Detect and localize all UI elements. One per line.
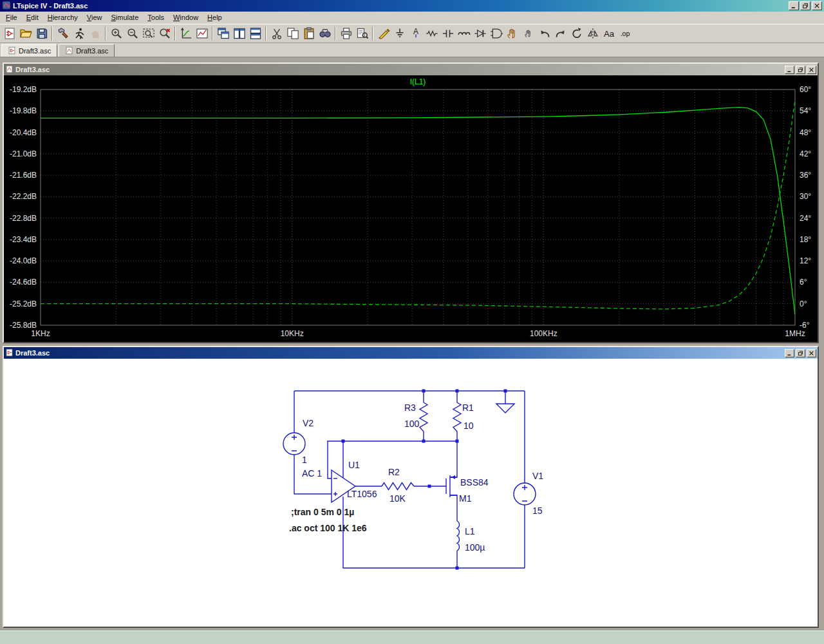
schematic-canvas[interactable]: V21AC 1U1LT1056R210KR3100R110BSS84M1L110… — [4, 359, 818, 627]
inductor-icon[interactable] — [456, 25, 472, 42]
menu-hierarchy[interactable]: Hierarchy — [43, 12, 82, 23]
svg-text:.op: .op — [620, 30, 630, 37]
schematic-label: V2 — [303, 418, 314, 428]
spice-directive-text: .ac oct 100 1K 1e6 — [289, 523, 367, 533]
restore-button[interactable] — [800, 1, 810, 10]
app-icon — [2, 1, 11, 11]
voltage-source-v1[interactable] — [514, 483, 536, 505]
undo-icon[interactable] — [536, 25, 552, 42]
redo-icon[interactable] — [552, 25, 568, 42]
menu-view[interactable]: View — [82, 12, 107, 23]
cascade-icon[interactable] — [215, 25, 231, 42]
component-icon[interactable] — [488, 25, 504, 42]
menu-help[interactable]: Help — [203, 12, 227, 23]
mirror-icon[interactable] — [585, 25, 601, 42]
copy-icon[interactable] — [285, 25, 301, 42]
menu-simulate[interactable]: Simulate — [106, 12, 143, 23]
toolbar-separator — [212, 26, 213, 41]
autorange-y-icon[interactable] — [178, 25, 194, 42]
plot-minimize-button[interactable] — [785, 66, 794, 74]
toolbar-separator — [265, 26, 267, 41]
drag-icon[interactable] — [520, 25, 536, 42]
waveform-window-titlebar[interactable]: Draft3.asc — [4, 64, 818, 75]
menu-tools[interactable]: Tools — [143, 12, 169, 23]
plot-pane-icon[interactable] — [194, 25, 210, 42]
zoom-full-icon[interactable] — [156, 25, 173, 42]
open-icon[interactable] — [17, 25, 33, 42]
tab-2-draft3.asc[interactable]: Draft3.asc — [59, 44, 115, 57]
zoom-back-icon[interactable] — [124, 25, 140, 42]
close-button[interactable] — [812, 1, 822, 10]
label-icon[interactable]: A — [407, 25, 424, 42]
svg-text:1MHz: 1MHz — [785, 329, 805, 338]
control-panel-icon[interactable] — [55, 25, 71, 42]
cut-icon[interactable] — [268, 25, 285, 42]
ground-symbol — [496, 404, 514, 413]
svg-text:42°: 42° — [800, 149, 811, 158]
capacitor-icon[interactable] — [440, 25, 456, 42]
tile-horizontal-icon[interactable] — [247, 25, 263, 42]
menu-window[interactable]: Window — [169, 12, 203, 23]
svg-text:-19.2dB: -19.2dB — [10, 85, 37, 94]
resistor-r2[interactable] — [382, 483, 414, 490]
schematic-icon[interactable] — [1, 25, 17, 42]
schematic-label: 1 — [302, 455, 307, 465]
phase-trace — [41, 100, 795, 309]
svg-text:100KHz: 100KHz — [530, 329, 557, 338]
svg-text:12°: 12° — [800, 256, 811, 265]
mosfet-m1[interactable] — [446, 475, 457, 497]
diode-icon[interactable] — [472, 25, 488, 42]
spice-directive-icon[interactable]: .op — [617, 25, 633, 42]
svg-text:A: A — [413, 27, 418, 36]
window-title: LTspice IV - Draft3.asc — [13, 2, 787, 10]
schem-close-button[interactable] — [807, 349, 816, 357]
find-icon[interactable] — [317, 25, 333, 42]
zoom-in-icon[interactable] — [108, 25, 124, 42]
paste-icon[interactable] — [301, 25, 317, 42]
plot-close-button[interactable] — [807, 66, 816, 74]
move-icon[interactable] — [504, 25, 520, 42]
waveform-window: Draft3.asc -19.2dB60°-19.8dB54°-20.4dB48… — [3, 62, 819, 343]
status-bar — [0, 630, 824, 644]
schematic-window: Draft3.asc — [3, 346, 819, 628]
voltage-source-v2[interactable] — [283, 433, 305, 455]
schematic-label: 10K — [389, 493, 406, 504]
menu-file[interactable]: File — [1, 12, 22, 23]
schematic-tab-icon — [8, 46, 16, 55]
tile-vertical-icon[interactable] — [231, 25, 247, 42]
resistor-r1[interactable] — [453, 402, 461, 431]
tab-1-draft3.asc[interactable]: Draft3.asc — [1, 44, 57, 57]
schematic-doc-icon — [5, 348, 14, 358]
rotate-icon[interactable] — [568, 25, 585, 42]
resistor-r3[interactable] — [420, 402, 427, 431]
waveform-plot-area[interactable]: -19.2dB60°-19.8dB54°-20.4dB48°-21.0dB42°… — [4, 75, 818, 342]
print-preview-icon[interactable] — [354, 25, 370, 42]
toolbar-separator — [105, 26, 106, 41]
title-bar: LTspice IV - Draft3.asc — [0, 0, 824, 12]
waveform-doc-icon — [5, 65, 14, 75]
svg-text:-24.0dB: -24.0dB — [10, 256, 37, 265]
svg-text:-25.8dB: -25.8dB — [10, 321, 37, 330]
halt-icon[interactable] — [87, 25, 103, 42]
schem-restore-button[interactable] — [796, 349, 805, 357]
save-icon[interactable] — [33, 25, 50, 42]
resistor-icon[interactable] — [424, 25, 440, 42]
toolbar-separator — [52, 26, 53, 41]
plot-restore-button[interactable] — [796, 66, 805, 74]
schem-minimize-button[interactable] — [785, 349, 794, 357]
wire-icon[interactable] — [375, 25, 391, 42]
svg-text:-19.8dB: -19.8dB — [10, 106, 37, 115]
svg-text:Aa: Aa — [603, 29, 614, 39]
inductor-l1[interactable] — [457, 521, 459, 551]
zoom-fit-icon[interactable] — [140, 25, 156, 42]
minimize-button[interactable] — [789, 1, 799, 10]
schematic-window-titlebar[interactable]: Draft3.asc — [4, 347, 818, 359]
ground-icon[interactable] — [391, 25, 407, 42]
print-icon[interactable] — [338, 25, 354, 42]
svg-text:-20.4dB: -20.4dB — [10, 128, 37, 137]
text-icon[interactable]: Aa — [601, 25, 617, 42]
menu-edit[interactable]: Edit — [22, 12, 43, 23]
run-icon[interactable] — [71, 25, 87, 42]
schematic-label: 100 — [404, 419, 420, 429]
toolbar-separator — [372, 26, 373, 41]
